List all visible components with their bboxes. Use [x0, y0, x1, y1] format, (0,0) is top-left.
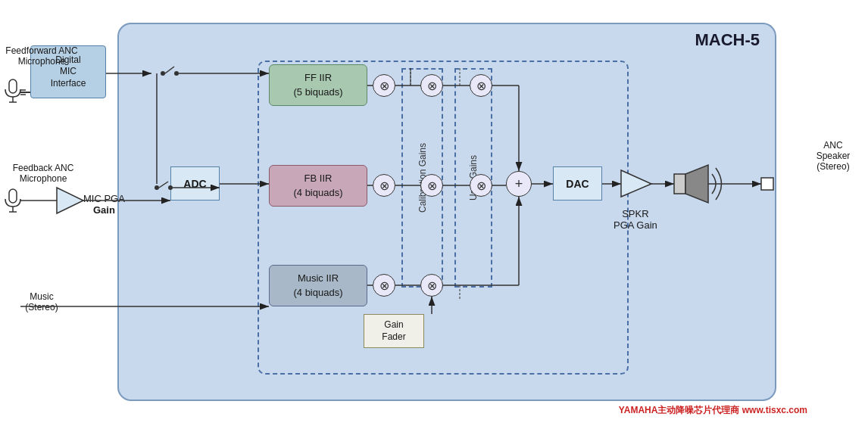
diagram-container: MACH-5 E-DSP Calibration Gains User Gain…	[0, 0, 868, 426]
music-label: Music(Stereo)	[4, 291, 80, 313]
ff-multiply-1: ⊗	[373, 74, 395, 97]
edsp-box: E-DSP	[258, 61, 629, 375]
mic-pga-gain-text: MIC PGAGain	[83, 193, 125, 216]
svg-marker-22	[57, 188, 83, 213]
svg-rect-2	[9, 79, 17, 93]
music-iir-box: Music IIR(4 biquads)	[269, 265, 367, 306]
svg-rect-18	[9, 189, 17, 203]
dac-box: DAC	[553, 166, 602, 201]
fb-iir-label: FB IIR(4 biquads)	[293, 172, 342, 199]
anc-speaker-text: ANCSpeaker(Stereo)	[816, 140, 851, 172]
feedforward-mic-text: Feedforward ANCMicrophone	[5, 45, 77, 67]
mic-pga-gain-label: MIC PGAGain	[83, 193, 125, 216]
summing-junction: +	[506, 171, 532, 197]
fb-iir-box: FB IIR(4 biquads)	[269, 165, 367, 207]
feedback-mic-label: Feedback ANCMicrophone	[2, 163, 85, 184]
fb-multiply-1: ⊗	[373, 174, 395, 197]
adc-box: ADC	[170, 166, 220, 201]
ff-iir-label: FF IIR(5 biquads)	[293, 71, 342, 98]
music-text: Music(Stereo)	[25, 291, 58, 313]
gain-fader-box: GainFader	[364, 314, 424, 348]
feedback-mic-text: Feedback ANCMicrophone	[13, 163, 74, 184]
spkr-pga-gain-label: SPKRPGA Gain	[614, 208, 657, 231]
ff-multiply-2: ⊗	[420, 74, 443, 97]
ff-multiply-3: ⊗	[470, 74, 492, 97]
anc-speaker-label: ANCSpeaker(Stereo)	[803, 140, 863, 172]
mach5-label: MACH-5	[695, 30, 760, 50]
dac-label: DAC	[566, 178, 589, 190]
spkr-pga-gain-text: SPKRPGA Gain	[614, 208, 657, 231]
feedforward-mic-label: Feedforward ANCMicrophone	[0, 45, 83, 67]
gain-fader-label: GainFader	[382, 319, 405, 343]
fb-multiply-2: ⊗	[420, 174, 443, 197]
ff-iir-box: FF IIR(5 biquads)	[269, 64, 367, 106]
fb-multiply-3: ⊗	[470, 174, 492, 197]
music-multiply-1: ⊗	[373, 274, 395, 297]
watermark: YAMAHA主动降噪芯片代理商 www.tisxc.com	[619, 404, 807, 417]
watermark-text: YAMAHA主动降噪芯片代理商 www.tisxc.com	[619, 405, 807, 415]
music-iir-label: Music IIR(4 biquads)	[293, 272, 342, 299]
music-multiply-2: ⊗	[420, 274, 443, 297]
adc-label: ADC	[183, 178, 206, 190]
